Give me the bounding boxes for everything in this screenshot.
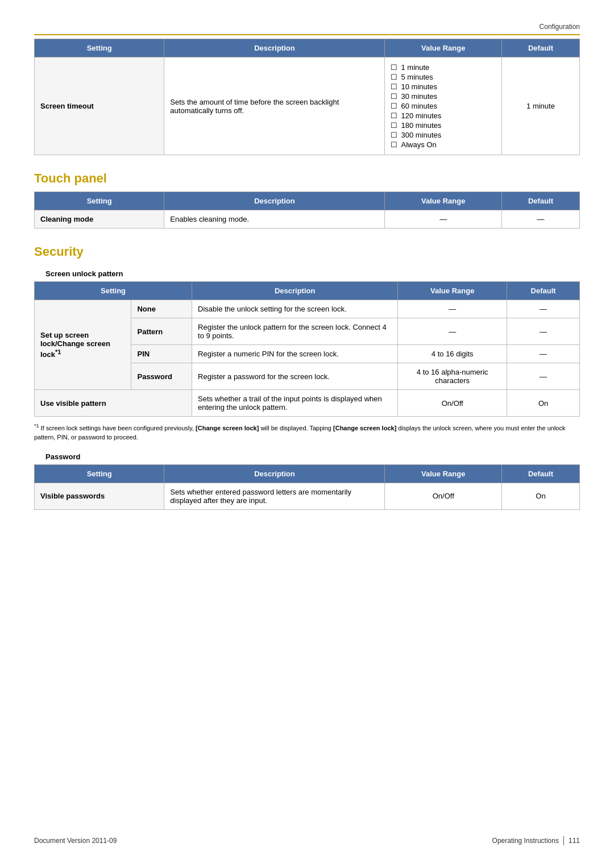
sub-setting-pattern: Pattern	[131, 318, 192, 345]
default-cell: —	[507, 345, 580, 363]
visible-passwords-value: On/Off	[385, 483, 502, 509]
setting-cell: Screen timeout	[35, 57, 164, 155]
description-cell: Enables cleaning mode.	[164, 210, 385, 229]
footnote-marker: *1	[34, 423, 39, 429]
page-footer: Document Version 2011-09 Operating Instr…	[34, 836, 580, 845]
list-item: 1 minute	[391, 63, 496, 72]
table-row: Screen timeout Sets the amount of time b…	[35, 57, 580, 155]
default-cell: —	[507, 363, 580, 390]
value-range-cell: —	[398, 300, 507, 318]
col-setting: Setting	[35, 39, 164, 57]
group-setting-label: Set up screen lock/Change screen lock*1	[40, 331, 110, 358]
footer-divider	[563, 836, 564, 845]
table-row: Use visible pattern Sets whether a trail…	[35, 390, 580, 417]
value-range-list: 1 minute 5 minutes 10 minutes 30 minutes…	[391, 63, 496, 149]
footnote: *1 If screen lock settings have been con…	[34, 422, 580, 442]
table-row: Cleaning mode Enables cleaning mode. — —	[35, 210, 580, 229]
visible-pattern-setting: Use visible pattern	[35, 390, 192, 417]
footnote-text: If screen lock settings have been config…	[34, 425, 565, 441]
table-row: Set up screen lock/Change screen lock*1 …	[35, 300, 580, 318]
table-row: Visible passwords Sets whether entered p…	[35, 483, 580, 509]
visible-pattern-desc: Sets whether a trail of the input points…	[192, 390, 398, 417]
col-setting: Setting	[35, 282, 192, 300]
col-value-range: Value Range	[385, 464, 502, 483]
visible-pattern-default: On	[507, 390, 580, 417]
col-value-range: Value Range	[385, 192, 502, 210]
list-item: 120 minutes	[391, 111, 496, 120]
page-number: 111	[569, 837, 580, 845]
visible-passwords-setting: Visible passwords	[35, 483, 164, 509]
value-range-cell: —	[398, 318, 507, 345]
sub-setting-none: None	[131, 300, 192, 318]
operating-instructions-label: Operating Instructions	[492, 837, 559, 845]
touch-panel-table: Setting Description Value Range Default …	[34, 192, 580, 229]
touch-panel-title: Touch panel	[34, 171, 580, 186]
description-cell: Register the unlock pattern for the scre…	[192, 318, 398, 345]
col-description: Description	[164, 464, 385, 483]
visible-passwords-default: On	[501, 483, 579, 509]
visible-pattern-value: On/Off	[398, 390, 507, 417]
screen-unlock-subtitle: Screen unlock pattern	[45, 269, 580, 278]
list-item: 10 minutes	[391, 82, 496, 91]
visible-passwords-desc: Sets whether entered password letters ar…	[164, 483, 385, 509]
sub-setting-pin: PIN	[131, 345, 192, 363]
screen-timeout-table: Setting Description Value Range Default …	[34, 39, 580, 155]
col-default: Default	[507, 282, 580, 300]
col-description: Description	[164, 192, 385, 210]
description-cell: Register a password for the screen lock.	[192, 363, 398, 390]
sub-setting-password: Password	[131, 363, 192, 390]
col-default: Default	[501, 464, 579, 483]
list-item: 5 minutes	[391, 73, 496, 81]
value-range-cell: 4 to 16 digits	[398, 345, 507, 363]
col-default: Default	[501, 192, 579, 210]
col-setting: Setting	[35, 464, 164, 483]
default-cell: 1 minute	[501, 57, 579, 155]
password-table: Setting Description Value Range Default …	[34, 464, 580, 510]
password-subtitle: Password	[45, 452, 580, 461]
list-item: 300 minutes	[391, 131, 496, 139]
col-setting: Setting	[35, 192, 164, 210]
value-range-cell: 1 minute 5 minutes 10 minutes 30 minutes…	[385, 57, 502, 155]
screen-unlock-table: Setting Description Value Range Default …	[34, 281, 580, 417]
footer-right: Operating Instructions 111	[492, 836, 580, 845]
default-cell: —	[507, 300, 580, 318]
list-item: 60 minutes	[391, 102, 496, 110]
value-range-cell: —	[385, 210, 502, 229]
col-description: Description	[164, 39, 385, 57]
default-cell: —	[501, 210, 579, 229]
list-item: 30 minutes	[391, 92, 496, 101]
group-setting-cell: Set up screen lock/Change screen lock*1	[35, 300, 131, 390]
description-cell: Sets the amount of time before the scree…	[164, 57, 385, 155]
col-description: Description	[192, 282, 398, 300]
header-label: Configuration	[540, 23, 580, 31]
value-range-cell: 4 to 16 alpha-numeric characters	[398, 363, 507, 390]
security-title: Security	[34, 244, 580, 259]
list-item: Always On	[391, 140, 496, 149]
col-value-range: Value Range	[385, 39, 502, 57]
setting-cell: Cleaning mode	[35, 210, 164, 229]
doc-version: Document Version 2011-09	[34, 837, 117, 845]
page-header: Configuration	[34, 23, 580, 35]
col-value-range: Value Range	[398, 282, 507, 300]
default-cell: —	[507, 318, 580, 345]
col-default: Default	[501, 39, 579, 57]
description-cell: Register a numeric PIN for the screen lo…	[192, 345, 398, 363]
description-cell: Disable the unlock setting for the scree…	[192, 300, 398, 318]
list-item: 180 minutes	[391, 121, 496, 130]
